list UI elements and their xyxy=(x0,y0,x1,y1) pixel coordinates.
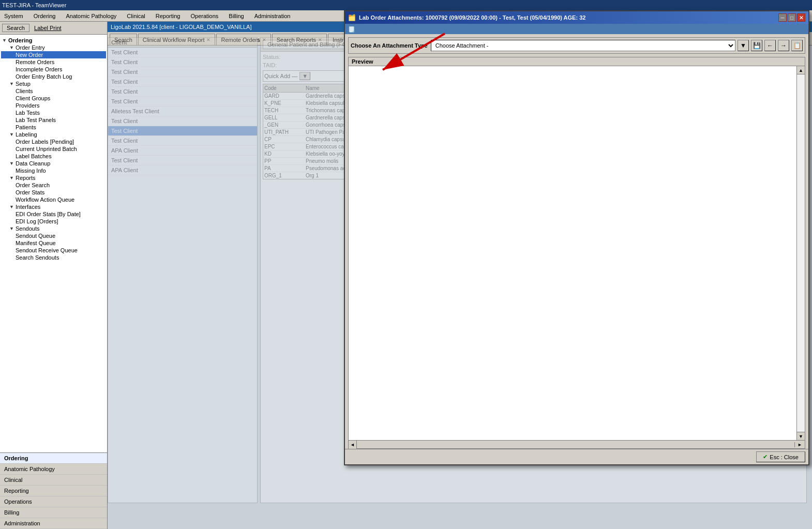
client-item[interactable]: Alletess Test Client xyxy=(108,107,257,116)
clients-label: Clients xyxy=(16,88,33,94)
incomplete-orders-label: Incomplete Orders xyxy=(16,66,62,72)
sidebar-item-sendout-receive-queue[interactable]: Sendout Receive Queue xyxy=(1,247,106,254)
sidebar-item-current-unprinted[interactable]: Current Unprinted Batch xyxy=(1,145,106,153)
code-header: Code xyxy=(264,85,306,91)
nav-anatomic-pathology-label: Anatomic Pathology xyxy=(4,466,55,472)
sidebar-item-sendout-queue[interactable]: Sendout Queue xyxy=(1,232,106,239)
sendout-receive-queue-label: Sendout Receive Queue xyxy=(16,247,78,253)
hscroll-left-button[interactable]: ◄ xyxy=(349,441,357,449)
client-item[interactable]: Test Client xyxy=(108,57,257,67)
lab-test-panels-label: Lab Test Panels xyxy=(16,117,56,123)
menu-administration[interactable]: Administration xyxy=(252,12,293,20)
preview-section: Preview ▲ ▼ ◄ xyxy=(348,57,805,449)
sidebar-item-edi-log-orders[interactable]: EDI Log [Orders] xyxy=(1,218,106,225)
nav-anatomic-pathology[interactable]: Anatomic Pathology xyxy=(0,464,107,475)
client-list-header: Client xyxy=(108,38,257,48)
sidebar-reports[interactable]: ▼ Reports xyxy=(1,174,106,182)
order-entry-label: Order Entry xyxy=(16,44,45,51)
sidebar-setup[interactable]: ▼ Setup xyxy=(1,80,106,87)
sidebar-data-cleanup[interactable]: ▼ Data Cleanup xyxy=(1,160,106,167)
sidebar-item-lab-test-panels[interactable]: Lab Test Panels xyxy=(1,116,106,124)
expand-icon: ▼ xyxy=(9,81,14,86)
client-item[interactable]: Test Client xyxy=(108,116,257,126)
menu-system[interactable]: System xyxy=(2,12,25,20)
sidebar-item-search-sendouts[interactable]: Search Sendouts xyxy=(1,254,106,261)
attachment-type-dropdown[interactable]: Choose Attachment - xyxy=(431,40,735,51)
sidebar-item-new-order[interactable]: New Order xyxy=(1,51,106,58)
client-list-panel: Client Test Client Test Client Test Clie… xyxy=(108,37,258,503)
sidebar-item-order-labels[interactable]: Order Labels [Pending] xyxy=(1,138,106,145)
sidebar-sendouts[interactable]: ▼ Sendouts xyxy=(1,225,106,232)
client-item[interactable]: APA Client xyxy=(108,146,257,156)
bottom-nav: Ordering Anatomic Pathology Clinical Rep… xyxy=(0,452,107,529)
sidebar-labeling[interactable]: ▼ Labeling xyxy=(1,131,106,138)
table-cell: UTI_PATH xyxy=(264,129,306,135)
sidebar-item-patients[interactable]: Patients xyxy=(1,124,106,131)
client-item[interactable]: APA Client xyxy=(108,165,257,175)
sidebar-item-label-batches[interactable]: Label Batches xyxy=(1,153,106,160)
sidebar-section-ordering[interactable]: ▼ Ordering xyxy=(1,37,106,44)
sidebar-interfaces[interactable]: ▼ Interfaces xyxy=(1,203,106,210)
sidebar-item-client-groups[interactable]: Client Groups xyxy=(1,95,106,102)
sidebar-item-manifest-queue[interactable]: Manifest Queue xyxy=(1,239,106,247)
nav-reporting[interactable]: Reporting xyxy=(0,486,107,496)
attachment-next-icon[interactable]: → xyxy=(778,40,789,51)
nav-clinical[interactable]: Clinical xyxy=(0,475,107,486)
menu-clinical[interactable]: Clinical xyxy=(125,12,147,20)
sidebar-search-button[interactable]: Search xyxy=(2,24,29,32)
nav-administration-label: Administration xyxy=(4,520,40,526)
menu-reporting[interactable]: Reporting xyxy=(154,12,183,20)
modal-secondary-bar: 🗒️ xyxy=(345,24,808,34)
table-cell: ORG_1 xyxy=(264,173,306,178)
client-item[interactable]: Test Client xyxy=(108,136,257,146)
sidebar-item-order-batch-log[interactable]: Order Entry Batch Log xyxy=(1,73,106,80)
expand-icon: ▼ xyxy=(2,38,7,43)
nav-billing[interactable]: Billing xyxy=(0,507,107,518)
client-item-selected[interactable]: Test Client xyxy=(108,126,257,136)
sidebar-item-missing-info[interactable]: Missing Info xyxy=(1,167,106,174)
nav-administration[interactable]: Administration xyxy=(0,518,107,529)
sidebar-order-entry[interactable]: ▼ Order Entry xyxy=(1,44,106,51)
client-item[interactable]: Test Client xyxy=(108,97,257,107)
sidebar-item-clients[interactable]: Clients xyxy=(1,87,106,95)
nav-operations[interactable]: Operations xyxy=(0,496,107,507)
menu-operations[interactable]: Operations xyxy=(189,12,221,20)
lab-tests-label: Lab Tests xyxy=(16,110,40,116)
sidebar-item-remote-orders[interactable]: Remote Orders xyxy=(1,58,106,66)
manifest-queue-label: Manifest Queue xyxy=(16,240,56,246)
nav-billing-label: Billing xyxy=(4,509,19,516)
nav-operations-label: Operations xyxy=(4,498,32,505)
sidebar-item-lab-tests[interactable]: Lab Tests xyxy=(1,109,106,116)
menu-billing[interactable]: Billing xyxy=(227,12,246,20)
attachment-copy-icon[interactable]: 📋 xyxy=(791,40,803,51)
sidebar-item-incomplete-orders[interactable]: Incomplete Orders xyxy=(1,66,106,73)
attachment-save-icon[interactable]: 💾 xyxy=(751,40,762,51)
client-item[interactable]: Test Client xyxy=(108,87,257,97)
scroll-up-button[interactable]: ▲ xyxy=(797,66,805,74)
hscroll-right-button[interactable]: ► xyxy=(794,442,805,447)
esc-close-button[interactable]: ✔ Esc : Close xyxy=(756,451,805,462)
menu-anatomic-pathology[interactable]: Anatomic Pathology xyxy=(64,12,118,20)
sidebar-item-order-search[interactable]: Order Search xyxy=(1,182,106,189)
attachment-prev-icon[interactable]: ← xyxy=(764,40,776,51)
menu-ordering[interactable]: Ordering xyxy=(32,12,58,20)
preview-scrollbar[interactable]: ▲ ▼ xyxy=(796,66,805,440)
quick-add-button[interactable]: ▼ xyxy=(299,72,310,80)
sidebar-item-order-stats[interactable]: Order Stats xyxy=(1,189,106,196)
nav-ordering[interactable]: Ordering xyxy=(0,453,107,464)
sidebar-item-edi-order-stats[interactable]: EDI Order Stats [By Date] xyxy=(1,210,106,218)
attachment-dropdown-arrow[interactable]: ▼ xyxy=(738,40,749,51)
client-item[interactable]: Test Client xyxy=(108,67,257,77)
client-item[interactable]: Test Client xyxy=(108,156,257,165)
sidebar-item-providers[interactable]: Providers xyxy=(1,102,106,109)
sidebar-item-workflow-action-queue[interactable]: Workflow Action Queue xyxy=(1,196,106,203)
modal-window: 🗂️ Lab Order Attachments: 1000792 (09/09… xyxy=(344,22,809,465)
labeling-label: Labeling xyxy=(16,131,37,138)
edi-log-orders-label: EDI Log [Orders] xyxy=(16,218,58,224)
label-print-link[interactable]: Label Print xyxy=(34,25,62,31)
sidebar: Search Label Print ▼ Ordering ▼ Order En… xyxy=(0,22,108,529)
scroll-down-button[interactable]: ▼ xyxy=(797,432,805,440)
client-item[interactable]: Test Client xyxy=(108,77,257,87)
main-layout: Search Label Print ▼ Ordering ▼ Order En… xyxy=(0,22,812,529)
client-item[interactable]: Test Client xyxy=(108,48,257,57)
